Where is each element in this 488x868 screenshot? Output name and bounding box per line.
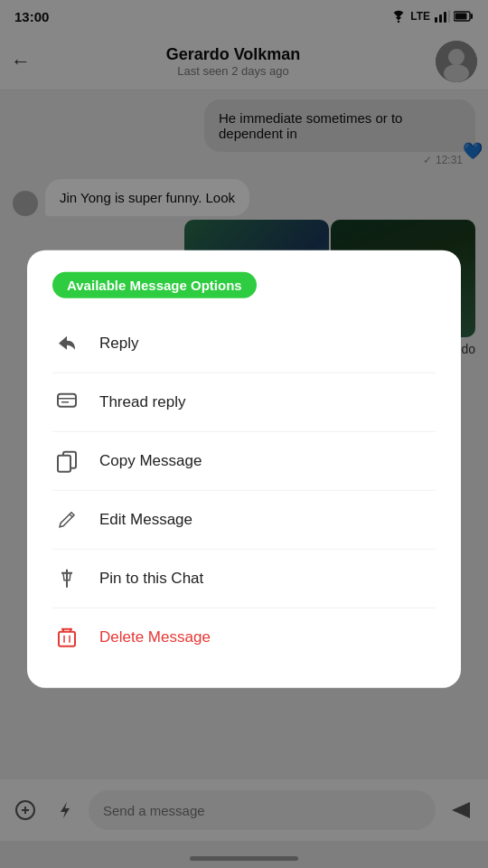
modal-title: Available Message Options (52, 272, 257, 298)
option-thread-reply[interactable]: Thread reply (52, 373, 436, 432)
copy-message-label: Copy Message (99, 452, 202, 470)
pin-icon-container (52, 564, 81, 593)
reply-icon (54, 331, 80, 356)
pin-icon (54, 566, 80, 591)
svg-rect-16 (58, 394, 76, 407)
edit-icon (54, 507, 80, 533)
copy-icon (54, 448, 80, 474)
thread-icon (54, 390, 80, 415)
delete-message-label: Delete Message (99, 628, 211, 646)
svg-rect-20 (58, 456, 70, 472)
pin-to-chat-label: Pin to this Chat (99, 570, 203, 588)
svg-line-21 (70, 514, 72, 517)
reply-icon-container (52, 329, 81, 358)
option-pin-to-chat[interactable]: Pin to this Chat (52, 550, 436, 609)
edit-message-label: Edit Message (99, 511, 192, 529)
edit-icon-container (52, 505, 81, 534)
reply-label: Reply (99, 335, 138, 353)
delete-icon-container (52, 623, 81, 652)
delete-icon (54, 625, 80, 650)
option-copy-message[interactable]: Copy Message (52, 432, 436, 491)
option-reply[interactable]: Reply (52, 315, 436, 373)
option-delete-message[interactable]: Delete Message (52, 609, 436, 666)
copy-icon-container (52, 447, 81, 476)
message-options-modal: Available Message Options Reply Thread r… (27, 250, 461, 688)
svg-rect-22 (59, 632, 75, 646)
thread-reply-label: Thread reply (99, 393, 185, 411)
thread-icon-container (52, 388, 81, 417)
option-edit-message[interactable]: Edit Message (52, 491, 436, 550)
